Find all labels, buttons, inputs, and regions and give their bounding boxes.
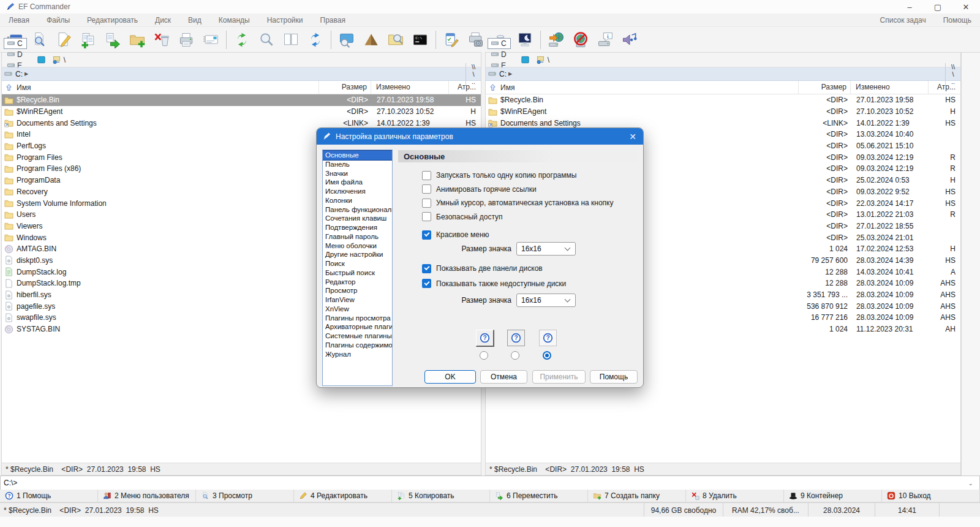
settings-category-item[interactable]: XnView (323, 305, 392, 314)
folder-search-button[interactable] (383, 29, 408, 51)
f7-new-folder-button[interactable]: 7 Создать папку (588, 490, 686, 502)
drive-button[interactable]: C (4, 38, 27, 49)
column-modified[interactable]: Изменено (371, 81, 449, 94)
terminal-button[interactable] (408, 29, 432, 51)
print-button[interactable] (174, 29, 198, 51)
column-size[interactable]: Размер (799, 81, 851, 94)
settings-category-item[interactable]: Колонки (323, 196, 392, 205)
checkbox[interactable] (422, 212, 431, 221)
f4-edit-button[interactable]: 4 Редактировать (294, 490, 392, 502)
toolbar-separator[interactable] (537, 29, 544, 51)
drive-button[interactable]: C (488, 38, 511, 49)
f1-help-button[interactable]: 1 Помощь (0, 490, 98, 502)
sounds-button[interactable] (617, 29, 642, 51)
f3-view-button[interactable]: 3 Просмотр (196, 490, 294, 502)
path-nav-button[interactable]: \\ (945, 63, 960, 70)
button-style-radio-1[interactable] (480, 351, 488, 360)
path-nav-button[interactable]: \\ (466, 63, 481, 70)
settings-category-item[interactable]: Плагины содержимог (323, 341, 392, 350)
search-button[interactable] (254, 29, 279, 51)
right-path-bar[interactable]: C: ▶ \\\.. (486, 67, 960, 81)
settings-category-item[interactable]: Быстрый поиск (323, 268, 392, 278)
drive-button[interactable]: D (4, 49, 27, 60)
settings-category-item[interactable]: Просмотр (323, 286, 392, 295)
options-button[interactable] (439, 29, 464, 51)
f8-delete-button[interactable]: 8 Удалить (686, 490, 784, 502)
menu-item[interactable]: Команды (210, 16, 258, 25)
column-attr[interactable]: Атр... (449, 81, 481, 94)
button-style-sample-raised[interactable] (476, 330, 494, 347)
path-nav-button[interactable]: \ (945, 70, 960, 78)
checkbox[interactable] (422, 184, 431, 194)
panel-view-button[interactable] (521, 55, 530, 64)
menu-item[interactable]: Настройки (258, 16, 312, 25)
settings-category-item[interactable]: Архиваторные плагин (323, 322, 392, 332)
settings-category-item[interactable]: IrfanView (323, 295, 392, 305)
checkbox-row[interactable]: Запускать только одну копию программы (422, 170, 576, 180)
dialog-close-button[interactable]: ✕ (622, 132, 643, 142)
checkbox[interactable] (422, 264, 431, 273)
settings-category-item[interactable]: Журнал (323, 350, 392, 359)
checkbox-row[interactable]: Анимировать горячие ссылки (422, 184, 537, 194)
network-root-button[interactable]: \ (52, 55, 66, 64)
help-button[interactable]: Помощь (590, 370, 638, 384)
settings-category-item[interactable]: Исключения (323, 187, 392, 196)
column-name[interactable]: Имя (486, 81, 799, 94)
dialog-title-bar[interactable]: Настройка различных параметров ✕ (317, 128, 643, 145)
toolbar-separator[interactable] (432, 29, 439, 51)
command-line-input[interactable]: C:\> ⌄ (0, 476, 980, 490)
checkbox-row[interactable]: Показывать также недоступные диски (422, 279, 566, 289)
toolbar-separator[interactable] (223, 29, 230, 51)
fullscreen-view-button[interactable] (334, 29, 359, 51)
checkbox[interactable] (422, 279, 431, 288)
left-path-bar[interactable]: C: ▶ \\\.. (2, 67, 481, 81)
sync-dirs-button[interactable] (303, 29, 328, 51)
drive-icon-size-select[interactable]: 16x16 (516, 294, 576, 307)
maximize-button[interactable]: ▢ (924, 0, 952, 13)
button-style-sample-flat[interactable] (539, 330, 557, 346)
copy-button[interactable] (76, 29, 100, 51)
checkbox[interactable] (422, 171, 431, 180)
settings-category-item[interactable]: Значки (323, 169, 392, 178)
menu-item[interactable]: Файлы (38, 16, 78, 25)
settings-category-item[interactable]: Сочетания клавиш (323, 214, 392, 223)
pretty-menu-checkbox-row[interactable]: Красивое меню (422, 230, 489, 240)
checkbox-row[interactable]: Показывать две панели дисков (422, 264, 543, 273)
command-history-dropdown-icon[interactable]: ⌄ (968, 480, 973, 487)
checkbox[interactable] (422, 199, 431, 208)
screensaver-button[interactable] (513, 29, 537, 51)
settings-category-item[interactable]: Панель функциональнь (323, 205, 392, 214)
button-style-sample-thin[interactable] (507, 330, 525, 346)
f2-user-menu-button[interactable]: 2 Меню пользователя (98, 490, 196, 502)
disk-info-button[interactable] (593, 29, 617, 51)
settings-category-item[interactable]: Подтверждения (323, 223, 392, 232)
settings-category-item[interactable]: Основные (323, 151, 392, 160)
apply-button[interactable]: Применить (532, 370, 586, 384)
close-button[interactable]: ✕ (952, 0, 980, 13)
f9-container-button[interactable]: 9 Контейнер (784, 490, 882, 502)
right-scrollbar-lane[interactable] (961, 52, 980, 476)
toolbar-separator[interactable] (328, 29, 334, 51)
column-attr[interactable]: Атр... (929, 81, 960, 94)
column-name[interactable]: Имя (2, 81, 319, 94)
settings-category-item[interactable]: Системные плагины (323, 332, 392, 341)
table-row[interactable]: $WinREAgent <DIR> 27.10.2023 10:52 H (2, 106, 481, 118)
compare-files-button[interactable] (279, 29, 303, 51)
drive-button[interactable]: D (488, 49, 511, 60)
address-card-button[interactable] (198, 29, 223, 51)
menu-icon-size-select[interactable]: 16x16 (516, 242, 576, 256)
settings-category-item[interactable]: Меню оболочки (323, 241, 392, 251)
dir-size-button[interactable] (359, 29, 383, 51)
edit-file-button[interactable] (51, 29, 76, 51)
new-folder-button[interactable] (125, 29, 149, 51)
move-button[interactable] (100, 29, 125, 51)
network-root-button[interactable]: \ (536, 55, 549, 64)
path-nav-button[interactable]: \ (466, 70, 481, 78)
menu-item[interactable]: Правая (312, 16, 354, 25)
ok-button[interactable]: OK (424, 370, 476, 384)
checkbox[interactable] (422, 230, 431, 240)
menu-item[interactable]: Левая (0, 16, 38, 25)
column-size[interactable]: Размер (319, 81, 371, 94)
table-row[interactable]: $WinREAgent <DIR> 27.10.2023 10:52 H (486, 106, 960, 118)
f6-move-button[interactable]: 6 Переместить (490, 490, 588, 502)
